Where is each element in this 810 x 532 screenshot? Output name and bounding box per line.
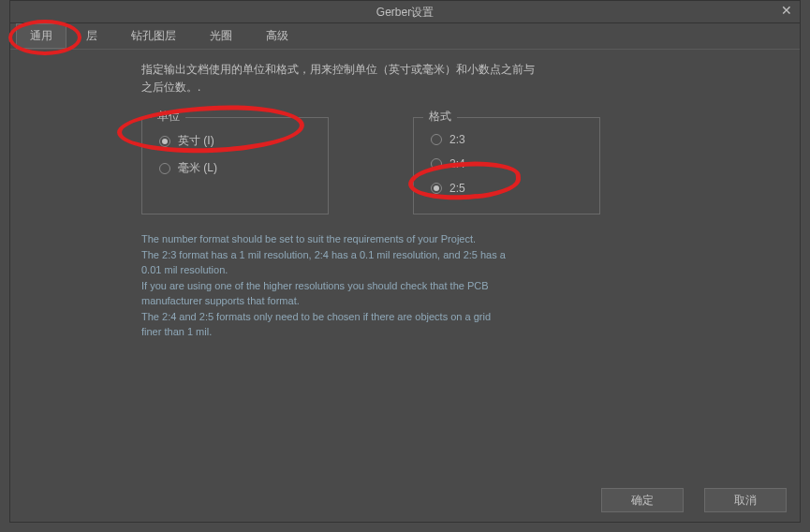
close-icon[interactable]: ✕ xyxy=(781,3,792,18)
tab-bar: 通用 层 钻孔图层 光圈 高级 xyxy=(10,23,800,50)
help-line: The 2:3 format has a 1 mil resolution, 2… xyxy=(141,249,506,260)
units-radio-mm-label: 毫米 (L) xyxy=(178,160,217,176)
format-radio-24-label: 2:4 xyxy=(449,157,465,170)
ok-button-label: 确定 xyxy=(631,493,654,509)
tab-advanced-label: 高级 xyxy=(266,29,288,42)
radio-icon xyxy=(159,136,170,147)
units-group: 单位 英寸 (I) 毫米 (L) xyxy=(141,117,329,214)
tab-drill-layers[interactable]: 钻孔图层 xyxy=(117,23,190,49)
titlebar: Gerber设置 ✕ xyxy=(10,1,800,23)
description-text: 指定输出文档使用的单位和格式，用来控制单位（英寸或毫米）和小数点之前与 之后位数… xyxy=(141,61,787,96)
gerber-settings-window: Gerber设置 ✕ 通用 层 钻孔图层 光圈 高级 指定输出文档使用的单位和格… xyxy=(9,0,801,523)
help-line: The 2:4 and 2:5 formats only need to be … xyxy=(141,311,491,322)
tab-general-label: 通用 xyxy=(30,29,52,42)
cancel-button-label: 取消 xyxy=(734,493,757,509)
help-line: manufacturer supports that format. xyxy=(141,295,300,306)
units-radio-inch[interactable]: 英寸 (I) xyxy=(159,127,311,155)
tab-content: 指定输出文档使用的单位和格式，用来控制单位（英寸或毫米）和小数点之前与 之后位数… xyxy=(10,50,800,340)
units-radio-inch-label: 英寸 (I) xyxy=(178,133,214,149)
tab-drill-label: 钻孔图层 xyxy=(131,29,176,42)
help-line: The number format should be set to suit … xyxy=(141,233,476,244)
tab-aperture-label: 光圈 xyxy=(210,29,232,42)
cancel-button[interactable]: 取消 xyxy=(704,488,787,512)
help-text: The number format should be set to suit … xyxy=(141,231,741,340)
radio-icon xyxy=(159,163,170,174)
tab-advanced[interactable]: 高级 xyxy=(252,23,302,49)
ok-button[interactable]: 确定 xyxy=(601,488,684,512)
description-line-1: 指定输出文档使用的单位和格式，用来控制单位（英寸或毫米）和小数点之前与 xyxy=(141,63,535,76)
help-line: finer than 1 mil. xyxy=(141,326,212,337)
help-line: 0.01 mil resolution. xyxy=(141,264,228,275)
format-radio-25-label: 2:5 xyxy=(449,182,465,195)
radio-icon xyxy=(431,183,442,194)
window-title: Gerber设置 xyxy=(376,4,434,20)
tab-layers-label: 层 xyxy=(86,29,97,42)
format-group: 格式 2:3 2:4 2:5 xyxy=(413,117,600,214)
help-line: If you are using one of the higher resol… xyxy=(141,280,489,291)
tab-layers[interactable]: 层 xyxy=(72,23,111,49)
format-radio-24[interactable]: 2:4 xyxy=(431,152,582,176)
format-radio-23[interactable]: 2:3 xyxy=(431,127,582,152)
format-radio-23-label: 2:3 xyxy=(449,133,465,146)
format-group-label: 格式 xyxy=(423,109,457,125)
radio-icon xyxy=(431,134,442,145)
radio-icon xyxy=(431,158,442,170)
tab-general[interactable]: 通用 xyxy=(16,23,66,49)
description-line-2: 之后位数。. xyxy=(141,81,200,94)
units-radio-mm[interactable]: 毫米 (L) xyxy=(159,155,311,182)
option-groups: 单位 英寸 (I) 毫米 (L) 格式 2:3 2:4 xyxy=(141,117,787,214)
tab-aperture[interactable]: 光圈 xyxy=(196,23,246,49)
units-group-label: 单位 xyxy=(152,109,185,125)
format-radio-25[interactable]: 2:5 xyxy=(431,176,582,200)
footer-buttons: 确定 取消 xyxy=(601,488,787,512)
